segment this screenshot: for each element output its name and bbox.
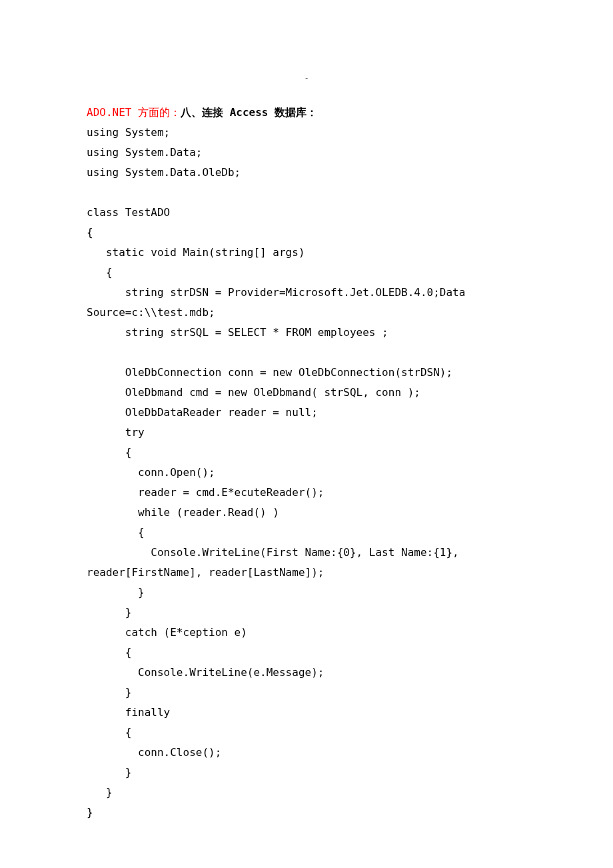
code-line: } <box>87 683 526 703</box>
code-line: using System.Data; <box>87 143 526 163</box>
code-line: { <box>87 443 526 463</box>
code-line: try <box>87 423 526 443</box>
code-line: catch (E*ception e) <box>87 623 526 643</box>
title-bold: 八、连接 Access 数据库： <box>181 106 317 119</box>
title-prefix: ADO.NET 方面的： <box>87 106 181 119</box>
code-line: conn.Close(); <box>87 743 526 763</box>
code-line: } <box>87 803 526 823</box>
code-line: { <box>87 723 526 743</box>
document-page: - ADO.NET 方面的：八、连接 Access 数据库： using Sys… <box>0 0 613 849</box>
code-line: reader[FirstName], reader[LastName]); <box>87 563 526 583</box>
code-line: } <box>87 583 526 603</box>
code-line: { <box>87 523 526 543</box>
code-line: finally <box>87 703 526 723</box>
code-line: Console.WriteLine(First Name:{0}, Last N… <box>87 543 526 563</box>
code-line: Source=c:\\test.mdb; <box>87 303 526 323</box>
code-line <box>87 183 526 203</box>
code-line: } <box>87 783 526 803</box>
code-line: } <box>87 603 526 623</box>
code-line <box>87 343 526 363</box>
code-line: { <box>87 643 526 663</box>
code-line: using System; <box>87 123 526 143</box>
code-line: OleDbDataReader reader = null; <box>87 403 526 423</box>
code-line: reader = cmd.E*ecuteReader(); <box>87 483 526 503</box>
code-line: { <box>87 223 526 243</box>
header-marker: - <box>87 73 526 83</box>
code-line: while (reader.Read() ) <box>87 503 526 523</box>
code-line: } <box>87 763 526 783</box>
code-line: class TestADO <box>87 203 526 223</box>
code-block: using System;using System.Data;using Sys… <box>87 123 526 823</box>
code-line: OleDbConnection conn = new OleDbConnecti… <box>87 363 526 383</box>
code-line: conn.Open(); <box>87 463 526 483</box>
code-line: using System.Data.OleDb; <box>87 163 526 183</box>
code-line: { <box>87 263 526 283</box>
code-line: static void Main(string[] args) <box>87 243 526 263</box>
code-line: string strDSN = Provider=Microsoft.Jet.O… <box>87 283 526 303</box>
title-line: ADO.NET 方面的：八、连接 Access 数据库： <box>87 103 526 123</box>
page-footer: . z. <box>0 849 613 868</box>
code-line: Console.WriteLine(e.Message); <box>87 663 526 683</box>
code-line: string strSQL = SELECT * FROM employees … <box>87 323 526 343</box>
code-line: OleDbmand cmd = new OleDbmand( strSQL, c… <box>87 383 526 403</box>
